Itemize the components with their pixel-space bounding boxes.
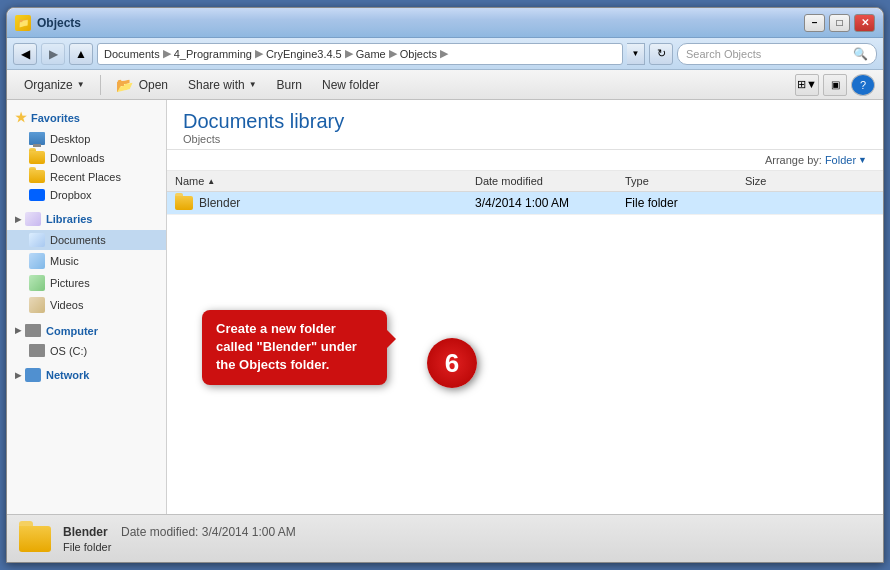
up-button[interactable]: ▲	[69, 43, 93, 65]
file-name-cell: Blender	[175, 196, 475, 210]
address-path[interactable]: Documents ▶ 4_Programming ▶ CryEngine3.4…	[97, 43, 623, 65]
path-programming: 4_Programming	[174, 48, 252, 60]
videos-icon	[29, 297, 45, 313]
path-dropdown[interactable]: ▼	[627, 43, 645, 65]
status-folder-icon	[19, 526, 51, 552]
file-modified-cell: 3/4/2014 1:00 AM	[475, 196, 625, 210]
toolbar-right: ⊞▼ ▣ ?	[795, 74, 875, 96]
computer-icon	[25, 324, 41, 337]
search-box: Search Objects 🔍	[677, 43, 877, 65]
organize-button[interactable]: Organize ▼	[15, 73, 94, 97]
new-folder-button[interactable]: New folder	[313, 73, 388, 97]
toolbar: Organize ▼ 📂 Open Share with ▼ Burn New …	[7, 70, 883, 100]
col-type-header[interactable]: Type	[625, 175, 745, 187]
col-size-header[interactable]: Size	[745, 175, 825, 187]
library-subtitle: Objects	[183, 133, 867, 145]
status-file-name: Blender Date modified: 3/4/2014 1:00 AM	[63, 525, 296, 539]
address-bar: ◀ ▶ ▲ Documents ▶ 4_Programming ▶ CryEng…	[7, 38, 883, 70]
folder-recent-icon	[29, 170, 45, 183]
libraries-arrow-icon: ▶	[15, 215, 21, 224]
network-arrow-icon: ▶	[15, 371, 21, 380]
col-name-header[interactable]: Name ▲	[175, 175, 475, 187]
maximize-button[interactable]: □	[829, 14, 850, 32]
path-cryengine: CryEngine3.4.5	[266, 48, 342, 60]
arrange-bar: Arrange by: Folder ▼	[167, 150, 883, 171]
window-controls: – □ ✕	[804, 14, 875, 32]
sidebar-item-documents[interactable]: Documents	[7, 230, 166, 250]
favorites-section: ★ Favorites Desktop Downloads Recent Pla…	[7, 106, 166, 204]
search-placeholder: Search Objects	[686, 48, 761, 60]
instruction-tooltip: Create a new folder called "Blender" und…	[202, 310, 387, 385]
file-list-header: Name ▲ Date modified Type Size	[167, 171, 883, 192]
burn-button[interactable]: Burn	[268, 73, 311, 97]
libraries-header[interactable]: ▶ Libraries	[7, 208, 166, 230]
library-title: Documents library	[183, 110, 867, 133]
network-header[interactable]: ▶ Network	[7, 364, 166, 386]
docs-icon	[29, 233, 45, 247]
content-area: Documents library Objects Arrange by: Fo…	[167, 100, 883, 514]
desktop-icon	[29, 132, 45, 145]
arrange-dropdown-icon[interactable]: ▼	[858, 155, 867, 165]
network-section: ▶ Network	[7, 364, 166, 386]
computer-arrow-icon: ▶	[15, 326, 21, 335]
path-game: Game	[356, 48, 386, 60]
open-button[interactable]: 📂 Open	[107, 73, 177, 97]
search-icon[interactable]: 🔍	[853, 47, 868, 61]
sidebar-item-recent[interactable]: Recent Places	[7, 167, 166, 186]
explorer-window: 📁 Objects – □ ✕ ◀ ▶ ▲ Documents ▶ 4_Prog…	[6, 7, 884, 563]
computer-header[interactable]: ▶ Computer	[7, 320, 166, 341]
back-button[interactable]: ◀	[13, 43, 37, 65]
organize-dropdown-icon: ▼	[77, 80, 85, 89]
window-icon: 📁	[15, 15, 31, 31]
separator-1	[100, 75, 101, 95]
computer-section: ▶ Computer OS (C:)	[7, 320, 166, 360]
close-button[interactable]: ✕	[854, 14, 875, 32]
favorites-star-icon: ★	[15, 110, 27, 125]
sidebar-item-music[interactable]: Music	[7, 250, 166, 272]
status-bar: Blender Date modified: 3/4/2014 1:00 AM …	[7, 514, 883, 562]
status-file-type: File folder	[63, 541, 296, 553]
sidebar-item-osc[interactable]: OS (C:)	[7, 341, 166, 360]
sidebar-item-dropbox[interactable]: Dropbox	[7, 186, 166, 204]
libraries-section: ▶ Libraries Documents Music Pictures	[7, 208, 166, 316]
content-header: Documents library Objects	[167, 100, 883, 150]
table-row[interactable]: Blender 3/4/2014 1:00 AM File folder	[167, 192, 883, 215]
path-objects: Objects	[400, 48, 437, 60]
share-with-button[interactable]: Share with ▼	[179, 73, 266, 97]
file-folder-icon	[175, 196, 193, 210]
minimize-button[interactable]: –	[804, 14, 825, 32]
osc-icon	[29, 344, 45, 357]
file-type-cell: File folder	[625, 196, 745, 210]
sidebar-item-downloads[interactable]: Downloads	[7, 148, 166, 167]
share-dropdown-icon: ▼	[249, 80, 257, 89]
col-modified-header[interactable]: Date modified	[475, 175, 625, 187]
path-documents: Documents	[104, 48, 160, 60]
music-icon	[29, 253, 45, 269]
refresh-button[interactable]: ↻	[649, 43, 673, 65]
step-badge: 6	[427, 338, 477, 388]
sidebar-item-videos[interactable]: Videos	[7, 294, 166, 316]
status-meta: Date modified: 3/4/2014 1:00 AM	[121, 525, 296, 539]
title-bar: 📁 Objects – □ ✕	[7, 8, 883, 38]
main-area: ★ Favorites Desktop Downloads Recent Pla…	[7, 100, 883, 514]
sidebar-item-desktop[interactable]: Desktop	[7, 129, 166, 148]
sidebar: ★ Favorites Desktop Downloads Recent Pla…	[7, 100, 167, 514]
arrange-value[interactable]: Folder	[825, 154, 856, 166]
forward-button[interactable]: ▶	[41, 43, 65, 65]
sidebar-item-pictures[interactable]: Pictures	[7, 272, 166, 294]
pictures-icon	[29, 275, 45, 291]
view-button[interactable]: ⊞▼	[795, 74, 819, 96]
window-title: Objects	[37, 16, 804, 30]
dropbox-icon	[29, 189, 45, 201]
folder-downloads-icon	[29, 151, 45, 164]
help-button[interactable]: ?	[851, 74, 875, 96]
file-name: Blender	[199, 196, 240, 210]
libraries-icon	[25, 212, 41, 226]
favorites-header[interactable]: ★ Favorites	[7, 106, 166, 129]
arrange-label: Arrange by:	[765, 154, 822, 166]
status-info: Blender Date modified: 3/4/2014 1:00 AM …	[63, 525, 296, 553]
sort-arrow-icon: ▲	[207, 177, 215, 186]
preview-button[interactable]: ▣	[823, 74, 847, 96]
network-icon	[25, 368, 41, 382]
